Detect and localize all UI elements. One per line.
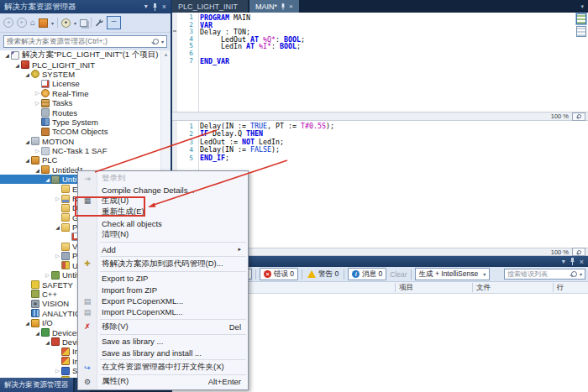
tree-item[interactable]: TcCOM Objects [0, 127, 160, 136]
pin-icon[interactable] [570, 258, 575, 265]
expanded-arrow-icon[interactable]: ◢ [13, 62, 21, 68]
expanded-arrow-icon[interactable]: ◢ [44, 339, 51, 345]
tab-plc-light-init[interactable]: PLC_LIGHT_INIT [172, 0, 248, 13]
tab-main[interactable]: MAIN* × [249, 0, 299, 13]
pin-icon[interactable] [152, 3, 158, 11]
menu-item[interactable]: ▤Import PLCopenXML... [78, 306, 248, 317]
expanded-arrow-icon[interactable]: ◢ [44, 176, 51, 182]
expanded-arrow-icon[interactable]: ◢ [54, 224, 61, 230]
tree-item[interactable]: License [0, 79, 160, 88]
chevron-down-icon[interactable]: ▾ [51, 20, 54, 26]
pending-changes-icon[interactable] [39, 18, 48, 28]
tree-item[interactable]: ▷NC-Task 1 SAF [0, 146, 160, 155]
warning-icon [307, 270, 316, 278]
errors-filter-button[interactable]: × 错误 0 [260, 268, 298, 280]
menu-item[interactable]: ✚将解决方案添加到源代码管理(D)... [78, 259, 248, 269]
menu-item[interactable]: Add▸ [78, 243, 248, 254]
collapsed-arrow-icon[interactable]: ▷ [54, 368, 61, 374]
menu-item[interactable]: Save as library and install ... [78, 347, 248, 358]
preview-icon[interactable] [80, 19, 87, 27]
tree-item[interactable]: ▷Tasks [0, 98, 160, 107]
collapsed-arrow-icon[interactable]: ▷ [34, 100, 41, 107]
menu-item[interactable]: Save as library ... [78, 336, 248, 347]
close-icon[interactable]: × [580, 258, 584, 266]
collapse-all-icon[interactable]: ─ [107, 16, 121, 29]
tree-item[interactable]: ◢SYSTEM [0, 70, 160, 79]
tab-solution-explorer[interactable]: 解决方案资源管理器 [0, 378, 73, 392]
column-file[interactable]: 文件 [476, 282, 491, 293]
code-line[interactable]: 5END_IF; [172, 154, 588, 162]
chevron-down-icon: ▾ [577, 271, 582, 277]
menu-item[interactable]: Compile Change Details... [78, 184, 248, 195]
expanded-arrow-icon[interactable]: ◢ [34, 330, 41, 336]
menu-item[interactable]: Import from ZIP [78, 285, 248, 295]
collapsed-arrow-icon[interactable]: ▷ [44, 272, 51, 279]
properties-wrench-icon[interactable] [95, 18, 103, 27]
home-icon[interactable]: ⌂ [30, 18, 35, 28]
tree-item[interactable]: ◢PLC_LIGHT_INIT [0, 60, 160, 69]
menu-item[interactable]: Export to ZIP [78, 273, 248, 284]
collapsed-arrow-icon[interactable]: ▷ [34, 90, 41, 97]
tree-item[interactable]: ◢MOTION [0, 137, 160, 146]
forward-icon[interactable]: ▸ [17, 18, 27, 28]
chevron-down-icon[interactable]: ▾ [74, 20, 76, 26]
tree-item[interactable]: Routes [0, 107, 160, 117]
window-menu-icon[interactable]: ▾ [144, 0, 148, 13]
zoom-magnifier-icon[interactable] [572, 248, 585, 256]
menu-separator [100, 374, 246, 375]
plcproj-icon [41, 165, 50, 174]
pin-icon[interactable] [281, 3, 286, 10]
menu-item[interactable]: ⇥登录到 [78, 173, 248, 184]
collapsed-arrow-icon[interactable]: ▷ [54, 196, 61, 202]
messages-filter-button[interactable]: i 消息 0 [348, 268, 386, 280]
menu-item[interactable]: ▤Export PLCopenXML... [78, 295, 248, 306]
line-number: 5 [172, 43, 200, 50]
warnings-filter-button[interactable]: 警告 0 [306, 269, 340, 280]
filter-dropdown[interactable]: 生成 + IntelliSense ▾ [415, 268, 491, 280]
expanded-arrow-icon[interactable]: ◢ [24, 320, 31, 326]
back-icon[interactable]: ◂ [3, 18, 13, 28]
expanded-arrow-icon[interactable]: ◢ [24, 139, 31, 144]
menu-item[interactable]: 清理(N) [78, 229, 248, 240]
clear-button[interactable]: Clear [390, 270, 407, 279]
tree-item[interactable]: ▷Real-Time [0, 89, 160, 98]
chevron-down-icon[interactable]: ▾ [159, 39, 166, 44]
tree-item[interactable]: ◢PLC [0, 155, 160, 165]
menu-item[interactable]: ⚙属性(R)Alt+Enter [78, 376, 248, 387]
code-line[interactable]: 5 LedIn AT %I*: BOOL; [172, 43, 588, 50]
code-line[interactable]: 7END_VAR [172, 58, 588, 65]
sync-icon[interactable] [61, 18, 71, 28]
tree-item-label: 解决方案"PLC_LIGHT_INIT"(1 个项目) [22, 50, 158, 60]
expanded-arrow-icon[interactable]: ◢ [3, 52, 11, 58]
remove-icon: ✗ [81, 322, 93, 331]
menu-item[interactable]: ✗移除(V)Del [78, 321, 248, 332]
close-icon[interactable]: × [289, 3, 293, 10]
tree-item[interactable]: ◢解决方案"PLC_LIGHT_INIT"(1 个项目) [0, 50, 160, 60]
collapsed-arrow-icon[interactable]: ▷ [34, 148, 41, 154]
code-line[interactable]: 1PROGRAM MAIN [172, 14, 588, 22]
search-icon[interactable] [153, 39, 159, 44]
expanded-arrow-icon[interactable]: ◢ [24, 157, 31, 163]
zoom-magnifier-icon[interactable] [572, 112, 585, 121]
tab-list-chevron-icon[interactable]: ▾ [580, 3, 584, 10]
window-menu-icon[interactable]: ▾ [562, 258, 565, 265]
menu-item[interactable]: ↪在文件资源管理器中打开文件夹(X) [78, 362, 248, 373]
collapsed-arrow-icon[interactable]: ▷ [54, 253, 61, 259]
tree-item[interactable]: Type System [0, 118, 160, 127]
column-project[interactable]: 项目 [399, 282, 413, 293]
tree-item-label: MOTION [42, 137, 74, 146]
expanded-arrow-icon[interactable]: ◢ [24, 71, 31, 77]
menu-item[interactable]: Check all objects [78, 218, 248, 229]
column-line[interactable]: 行 [557, 282, 564, 293]
textual-view-icon[interactable] [576, 13, 586, 24]
solution-explorer-search[interactable]: 搜索解决方案资源管理器(Ctrl+;) ▾ [3, 35, 167, 48]
code-line[interactable]: 4Delay(IN := FALSE); [172, 146, 588, 154]
code-token: END_IF [200, 154, 225, 162]
error-search-input[interactable]: 搜索错误列表 ▾ [504, 269, 585, 280]
expanded-arrow-icon[interactable]: ◢ [34, 167, 41, 173]
tree-item-label: SYSTEM [42, 70, 75, 79]
code-line[interactable]: 6 [172, 50, 588, 58]
declaration-editor[interactable]: 1PROGRAM MAIN2VAR3Delay : TON;4 LedOut A… [172, 13, 588, 112]
tabular-view-icon[interactable] [576, 26, 586, 37]
close-icon[interactable]: × [162, 0, 166, 13]
